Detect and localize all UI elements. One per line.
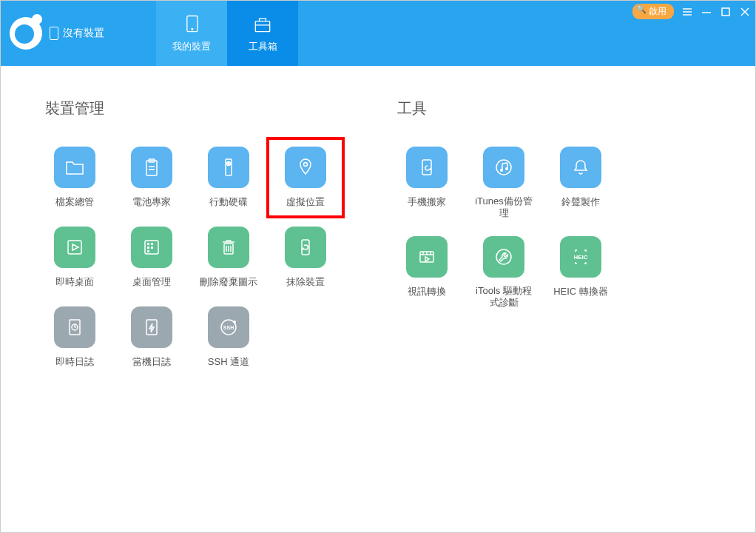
svg-text:SSH: SSH <box>223 325 234 330</box>
tool-label: 即時桌面 <box>55 275 94 289</box>
tool-label: 當機日誌 <box>132 355 171 369</box>
tool-label: 行動硬碟 <box>209 195 248 209</box>
tool-label: iTunes備份管理 <box>474 195 533 218</box>
svg-rect-25 <box>151 247 153 249</box>
heic-icon: HEIC <box>560 236 601 278</box>
device-tool-grid: 檔案總管 電池專家 行動硬碟 <box>45 147 368 369</box>
phone-sync-icon <box>406 147 448 188</box>
svg-text:HEIC: HEIC <box>573 254 587 261</box>
tool-realtime-log[interactable]: 即時日誌 <box>45 306 104 369</box>
svg-rect-44 <box>422 160 431 175</box>
phone-reset-icon <box>285 227 326 268</box>
svg-point-56 <box>496 249 511 264</box>
svg-line-50 <box>502 163 507 164</box>
titlebar: 沒有裝置 我的裝置 工具箱 啟用 <box>1 1 755 66</box>
no-device-label: 沒有裝置 <box>63 27 104 40</box>
svg-rect-8 <box>722 8 729 16</box>
tool-label: HEIC 轉換器 <box>553 285 608 298</box>
doc-bolt-icon <box>131 306 172 348</box>
tool-label: 鈴聲製作 <box>561 195 600 209</box>
tab-label: 工具箱 <box>249 40 277 53</box>
svg-rect-22 <box>147 243 149 245</box>
tool-label: 檔案總管 <box>55 195 94 209</box>
svg-point-45 <box>496 160 511 175</box>
close-icon[interactable] <box>739 6 751 18</box>
activate-badge[interactable]: 啟用 <box>632 4 674 19</box>
tool-desktop-manage[interactable]: 桌面管理 <box>122 227 181 289</box>
ssh-icon: SSH <box>208 306 249 348</box>
maximize-icon[interactable] <box>720 6 732 18</box>
tool-label: 電池專家 <box>132 195 171 209</box>
util-tool-grid: 手機搬家 iTunes備份管理 鈴聲製作 <box>397 147 720 308</box>
grid-icon <box>131 227 172 268</box>
trash-icon <box>208 227 249 268</box>
play-icon <box>54 227 95 268</box>
tool-label: iTools 驅動程式診斷 <box>474 285 533 308</box>
tool-label: SSH 通道 <box>208 355 249 369</box>
tools-section: 工具 手機搬家 iTunes備份管理 <box>397 98 720 532</box>
tool-label: 手機搬家 <box>408 195 446 209</box>
toolbox-icon <box>252 13 274 36</box>
doc-clock-icon <box>54 306 95 348</box>
video-icon <box>406 236 448 278</box>
tool-ringtone-maker[interactable]: 鈴聲製作 <box>551 147 610 218</box>
tool-label: 虛擬位置 <box>286 195 325 209</box>
tool-delete-icons[interactable]: 刪除廢棄圖示 <box>199 227 258 289</box>
bell-icon <box>560 147 601 188</box>
tool-label: 刪除廢棄圖示 <box>200 275 257 289</box>
tool-battery-expert[interactable]: 電池專家 <box>122 147 181 209</box>
tool-label: 即時日誌 <box>55 355 94 369</box>
device-management-section: 裝置管理 檔案總管 電池專家 <box>45 98 368 532</box>
tool-realtime-desktop[interactable]: 即時桌面 <box>45 227 104 289</box>
phone-icon <box>50 27 58 40</box>
location-pin-icon <box>285 147 326 188</box>
tool-crash-log[interactable]: 當機日誌 <box>122 306 181 369</box>
svg-rect-26 <box>147 250 149 252</box>
section-title-device: 裝置管理 <box>45 98 368 118</box>
window-controls: 啟用 <box>632 4 751 19</box>
tool-label: 抹除裝置 <box>286 275 325 289</box>
tool-virtual-location[interactable]: 虛擬位置 <box>276 147 335 209</box>
tool-heic-convert[interactable]: HEIC HEIC 轉換器 <box>551 236 610 308</box>
svg-point-19 <box>304 163 308 167</box>
main-tabs: 我的裝置 工具箱 <box>156 1 298 66</box>
tool-ssh-tunnel[interactable]: SSH SSH 通道 <box>199 306 258 369</box>
tool-video-convert[interactable]: 視訊轉換 <box>397 236 456 308</box>
app-window: 沒有裝置 我的裝置 工具箱 啟用 <box>0 0 756 533</box>
svg-rect-23 <box>151 243 153 245</box>
tab-toolbox[interactable]: 工具箱 <box>227 1 298 66</box>
svg-rect-24 <box>147 247 149 249</box>
tool-phone-mover[interactable]: 手機搬家 <box>397 147 456 218</box>
tool-label: 視訊轉換 <box>408 285 446 298</box>
tab-my-device[interactable]: 我的裝置 <box>156 1 227 66</box>
tool-driver-diag[interactable]: iTools 驅動程式診斷 <box>474 236 533 308</box>
section-title-tools: 工具 <box>397 98 720 118</box>
svg-point-43 <box>233 321 236 324</box>
clipboard-icon <box>131 147 172 188</box>
wrench-icon <box>483 236 524 278</box>
itunes-icon <box>483 147 524 188</box>
usb-icon <box>208 147 249 188</box>
tablet-icon <box>180 13 203 36</box>
tool-itunes-backup[interactable]: iTunes備份管理 <box>474 147 533 218</box>
tool-erase-device[interactable]: 抹除裝置 <box>276 227 335 289</box>
logo-area: 沒有裝置 <box>1 1 156 66</box>
menu-icon[interactable] <box>681 6 693 18</box>
tool-label: 桌面管理 <box>132 275 171 289</box>
svg-point-1 <box>192 28 193 30</box>
app-logo <box>10 17 42 50</box>
minimize-icon[interactable] <box>701 6 712 18</box>
device-status: 沒有裝置 <box>50 27 104 40</box>
svg-rect-11 <box>146 161 157 175</box>
folder-icon <box>54 147 95 188</box>
tool-file-manager[interactable]: 檔案總管 <box>45 147 104 209</box>
tab-label: 我的裝置 <box>172 40 211 53</box>
svg-rect-2 <box>255 21 269 32</box>
content-area: 裝置管理 檔案總管 電池專家 <box>1 66 755 532</box>
tool-mobile-drive[interactable]: 行動硬碟 <box>199 147 258 209</box>
